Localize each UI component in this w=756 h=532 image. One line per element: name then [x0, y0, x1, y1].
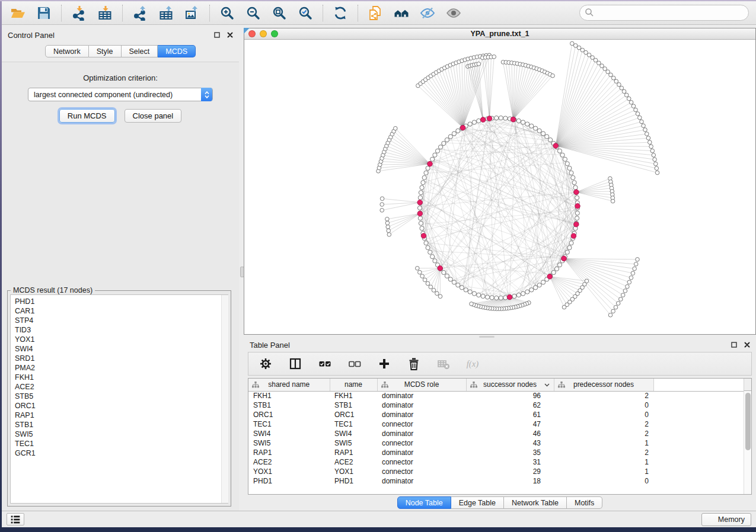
- column-header-predecessor-nodes[interactable]: predecessor nodes: [554, 379, 653, 391]
- table-row[interactable]: YOX1YOX1connector291: [248, 467, 751, 476]
- unselect-all-button[interactable]: [347, 356, 362, 371]
- zoom-selected-button[interactable]: [296, 4, 314, 22]
- mcds-result-item[interactable]: STB5: [15, 392, 228, 401]
- cell-name: SWI5: [330, 438, 377, 448]
- run-mcds-button[interactable]: Run MCDS: [59, 109, 115, 123]
- tab-motifs[interactable]: Motifs: [567, 496, 602, 509]
- add-column-button[interactable]: [377, 356, 392, 371]
- mcds-list-scrollbar[interactable]: [221, 295, 228, 503]
- mcds-result-item[interactable]: TEC1: [15, 439, 228, 448]
- cell-filler: [653, 448, 751, 457]
- show-columns-button[interactable]: [288, 356, 303, 371]
- mcds-result-item[interactable]: GCR1: [15, 448, 228, 458]
- mcds-result-title: MCDS result (17 nodes): [11, 286, 95, 294]
- mcds-result-item[interactable]: FKH1: [15, 373, 228, 382]
- horizontal-splitter[interactable]: [244, 335, 756, 338]
- search-input[interactable]: [579, 5, 749, 21]
- mcds-result-item[interactable]: RAP1: [15, 411, 228, 420]
- select-all-button[interactable]: [317, 356, 333, 371]
- table-vertical-scrollbar[interactable]: [744, 391, 751, 494]
- export-image-button[interactable]: [183, 4, 201, 22]
- vertical-splitter[interactable]: [239, 28, 244, 511]
- import-network-button[interactable]: [70, 4, 88, 22]
- open-file-icon: [10, 5, 25, 21]
- tab-select[interactable]: Select: [122, 45, 158, 57]
- mcds-result-item[interactable]: STP4: [15, 316, 228, 325]
- table-row[interactable]: RAP1RAP1dominator352: [248, 448, 751, 457]
- cell-predecessor-nodes: 0: [554, 476, 653, 486]
- search-icon: [585, 8, 594, 17]
- sort-desc-icon[interactable]: [544, 383, 550, 387]
- tab-edge-table[interactable]: Edge Table: [451, 496, 504, 509]
- delete-column-button[interactable]: [406, 356, 422, 371]
- tab-network-table[interactable]: Network Table: [504, 496, 567, 509]
- cell-shared-name: ORC1: [248, 410, 330, 419]
- criterion-select[interactable]: largest connected component (undirected): [28, 88, 213, 101]
- table-panel: Table Panel: [244, 338, 756, 511]
- settings-gear-button[interactable]: [258, 356, 273, 371]
- mcds-result-item[interactable]: PHD1: [15, 297, 228, 306]
- cell-mcds-role: dominator: [377, 448, 466, 457]
- table-row[interactable]: FKH1FKH1dominator962: [248, 391, 751, 400]
- network-view-titlebar[interactable]: YPA_prune.txt_1: [244, 28, 755, 40]
- mcds-result-item[interactable]: CAR1: [15, 306, 228, 316]
- table-row[interactable]: PHD1PHD1dominator180: [248, 476, 751, 486]
- toolbar-separator: [358, 5, 358, 21]
- table-panel-title: Table Panel: [250, 341, 290, 350]
- save-session-button[interactable]: [35, 4, 53, 22]
- column-header-shared-name[interactable]: shared name: [248, 379, 330, 391]
- export-table-button[interactable]: [157, 4, 175, 22]
- zoom-out-button[interactable]: [244, 4, 262, 22]
- cell-filler: [653, 400, 751, 410]
- mcds-result-item[interactable]: SRD1: [15, 354, 228, 363]
- column-header-mcds-role[interactable]: MCDS role: [377, 379, 466, 391]
- close-panel-icon[interactable]: [227, 32, 233, 38]
- export-network-button[interactable]: [131, 4, 149, 22]
- delete-column-icon: [407, 357, 421, 371]
- tab-style[interactable]: Style: [89, 45, 122, 57]
- table-row[interactable]: SWI4SWI4dominator462: [248, 429, 751, 438]
- mcds-result-item[interactable]: TID3: [15, 325, 228, 335]
- tab-mcds[interactable]: MCDS: [158, 45, 196, 57]
- mcds-result-list[interactable]: PHD1CAR1STP4TID3YOX1SWI4SRD1PMA2FKH1ACE2…: [10, 294, 228, 504]
- tab-network[interactable]: Network: [45, 45, 89, 57]
- table-row[interactable]: ORC1ORC1dominator610: [248, 410, 751, 419]
- function-builder-button: f(x): [465, 356, 481, 371]
- table-row[interactable]: SWI5SWI5connector431: [248, 438, 751, 448]
- mcds-result-item[interactable]: ACE2: [15, 382, 228, 392]
- column-header-name[interactable]: name: [330, 379, 377, 391]
- zoom-fit-button[interactable]: [270, 4, 288, 22]
- import-table-button[interactable]: [96, 4, 114, 22]
- close-panel-button[interactable]: Close panel: [125, 109, 182, 123]
- open-file-button[interactable]: [9, 4, 27, 22]
- hide-selected-button[interactable]: [419, 4, 436, 22]
- memory-button[interactable]: Memory: [701, 513, 751, 526]
- mcds-result-item[interactable]: PMA2: [15, 363, 228, 373]
- column-type-icon: [470, 382, 477, 388]
- table-row[interactable]: TEC1TEC1connector472: [248, 419, 751, 429]
- zoom-in-button[interactable]: [218, 4, 236, 22]
- mcds-result-item[interactable]: SWI4: [15, 344, 228, 354]
- home-button[interactable]: [393, 4, 410, 22]
- table-row[interactable]: STB1STB1dominator620: [248, 400, 751, 410]
- clone-network-button[interactable]: [366, 4, 384, 22]
- mcds-result-item[interactable]: SWI5: [15, 430, 228, 439]
- column-header-successor-nodes[interactable]: successor nodes: [466, 379, 554, 391]
- mcds-result-item[interactable]: ORC1: [15, 401, 228, 411]
- show-all-button[interactable]: [445, 4, 462, 22]
- scrollbar-thumb[interactable]: [745, 393, 751, 450]
- table-row[interactable]: ACE2ACE2connector311: [248, 457, 751, 467]
- network-canvas[interactable]: [244, 40, 755, 334]
- refresh-button[interactable]: [331, 4, 349, 22]
- mcds-result-item[interactable]: YOX1: [15, 335, 228, 344]
- mcds-result-item[interactable]: STB1: [15, 420, 228, 430]
- control-panel-tabs: NetworkStyleSelectMCDS: [2, 42, 239, 62]
- close-panel-icon[interactable]: [744, 342, 750, 348]
- float-window-icon[interactable]: [214, 32, 220, 38]
- float-window-icon[interactable]: [731, 342, 737, 348]
- tab-node-table[interactable]: Node Table: [397, 496, 451, 509]
- memory-label: Memory: [718, 515, 745, 524]
- task-history-button[interactable]: [7, 513, 24, 525]
- home-icon: [394, 5, 409, 21]
- cell-mcds-role: dominator: [377, 429, 466, 438]
